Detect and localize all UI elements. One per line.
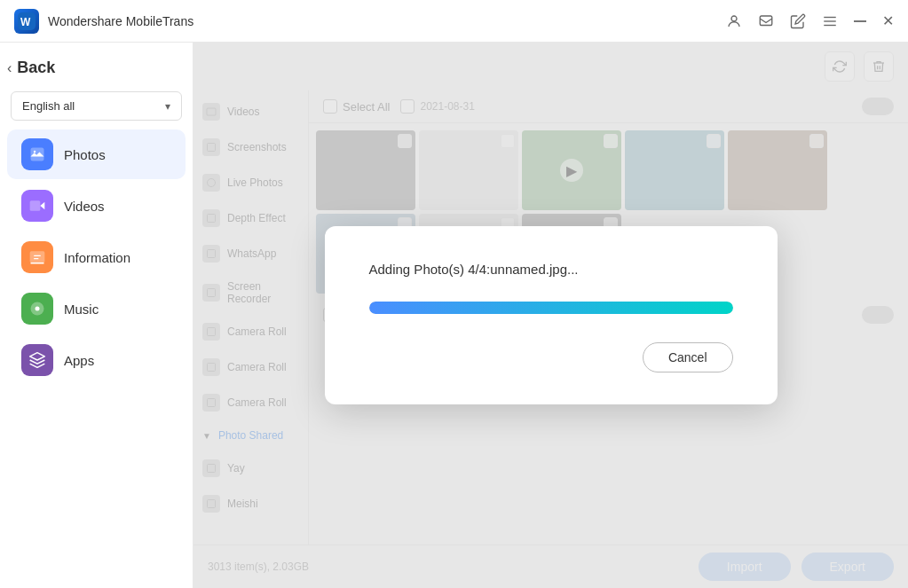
app-title: Wondershare MobileTrans (48, 14, 193, 28)
svg-marker-11 (40, 202, 44, 209)
app-icon: W (14, 9, 39, 34)
progress-bar-fill (369, 302, 733, 314)
modal-message: Adding Photo(s) 4/4:unnamed.jpg... (369, 262, 579, 277)
apps-icon (21, 344, 53, 376)
videos-icon (21, 190, 53, 222)
chevron-down-icon: ▾ (165, 100, 170, 113)
back-button[interactable]: ‹ Back (0, 50, 193, 86)
progress-modal: Adding Photo(s) 4/4:unnamed.jpg... Cance… (325, 226, 778, 404)
sidebar-item-photos[interactable]: Photos (7, 129, 186, 179)
progress-bar-track (369, 302, 733, 314)
music-icon (21, 293, 53, 325)
title-bar: W Wondershare MobileTrans ✕ (0, 0, 908, 43)
sidebar-item-music[interactable]: Music (7, 284, 186, 333)
svg-rect-3 (760, 16, 772, 26)
back-label: Back (17, 59, 55, 77)
information-label: Information (64, 250, 130, 265)
music-label: Music (64, 302, 99, 317)
svg-point-14 (36, 307, 40, 311)
nav-items: PhotosVideosInformationMusicApps (0, 128, 193, 387)
photos-icon (21, 138, 53, 170)
svg-point-2 (731, 16, 737, 21)
message-icon[interactable] (758, 13, 774, 29)
modal-overlay: Adding Photo(s) 4/4:unnamed.jpg... Cance… (193, 43, 908, 588)
user-icon[interactable] (726, 13, 742, 29)
information-icon (21, 241, 53, 273)
cancel-button[interactable]: Cancel (643, 342, 733, 372)
back-arrow-icon: ‹ (7, 60, 12, 76)
edit-icon[interactable] (790, 13, 806, 29)
content-area: Videos Screenshots Live Photos (193, 43, 908, 588)
menu-icon[interactable] (822, 13, 838, 29)
window-controls: ✕ (726, 12, 894, 29)
sidebar-item-information[interactable]: Information (7, 232, 186, 282)
language-dropdown[interactable]: English all ▾ (11, 91, 182, 121)
minimize-button[interactable] (854, 20, 866, 22)
main-container: ‹ Back English all ▾ PhotosVideosInforma… (0, 43, 908, 588)
sidebar: ‹ Back English all ▾ PhotosVideosInforma… (0, 43, 193, 588)
svg-rect-10 (30, 200, 41, 211)
close-button[interactable]: ✕ (882, 12, 894, 29)
dropdown-label: English all (22, 99, 75, 113)
title-bar-left: W Wondershare MobileTrans (14, 9, 193, 34)
modal-actions: Cancel (369, 342, 733, 372)
photos-label: Photos (64, 147, 106, 162)
svg-text:W: W (20, 16, 31, 28)
apps-label: Apps (64, 353, 94, 368)
sidebar-item-videos[interactable]: Videos (7, 181, 186, 231)
svg-rect-12 (30, 251, 45, 263)
svg-point-9 (34, 151, 36, 153)
sidebar-item-apps[interactable]: Apps (7, 335, 186, 385)
videos-label: Videos (64, 199, 105, 214)
